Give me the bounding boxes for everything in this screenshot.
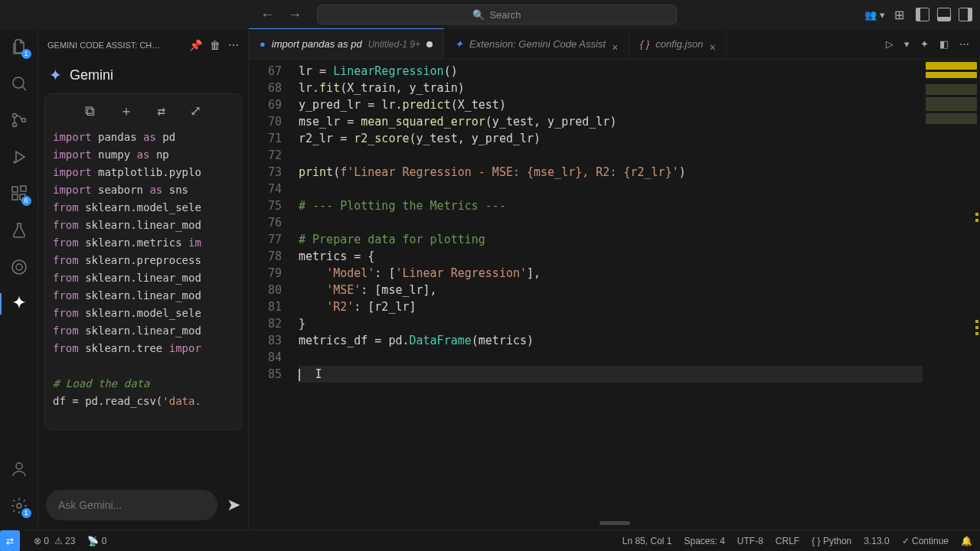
editor-line[interactable]: 'Model': ['Linear Regression'],	[299, 265, 980, 282]
editor-line[interactable]: I	[299, 366, 980, 383]
editor-line[interactable]: 'MSE': [mse_lr],	[299, 282, 980, 298]
editor-more-icon[interactable]: ⋯	[959, 38, 969, 50]
settings-badge: 1	[21, 508, 31, 518]
send-icon[interactable]: ➤	[227, 495, 240, 515]
clear-icon[interactable]: 🗑	[210, 39, 220, 51]
minimap[interactable]	[923, 60, 980, 412]
title-bar-right: 👥 ▾ ⊞	[864, 8, 972, 21]
add-icon[interactable]: ＋	[119, 102, 133, 119]
editor-tab[interactable]: ✦Extension: Gemini Code Assist	[444, 29, 629, 60]
editor-line[interactable]: lr = LinearRegression()	[299, 63, 980, 80]
code-line: import numpy as np	[53, 146, 234, 164]
continue-status[interactable]: ✓ Continue	[902, 536, 949, 546]
editor-line[interactable]: y_pred_lr = lr.predict(X_test)	[299, 96, 980, 113]
editor-line[interactable]	[299, 349, 980, 366]
explorer-icon[interactable]: 1	[9, 37, 29, 57]
editor-line[interactable]: }	[299, 315, 980, 332]
encoding[interactable]: UTF-8	[737, 536, 763, 546]
code-body[interactable]: lr = LinearRegression()lr.fit(X_train, y…	[299, 60, 980, 530]
editor-line[interactable]: metrics = {	[299, 248, 980, 265]
svg-point-2	[12, 123, 16, 127]
ai-sparkle-icon[interactable]: ✦	[920, 38, 929, 50]
editor-line[interactable]	[299, 147, 980, 164]
gemini-brand-label: Gemini	[70, 67, 113, 83]
code-line: from sklearn.metrics im	[53, 234, 234, 252]
line-gutter: 676869707172737475767778⌄79808182838485	[249, 60, 299, 530]
activity-search-icon[interactable]	[9, 73, 29, 93]
pin-icon[interactable]: 📌	[189, 39, 202, 51]
extensions-icon[interactable]: 6	[9, 184, 29, 204]
code-line: from sklearn.linear_mod	[53, 287, 234, 305]
run-dropdown-icon[interactable]: ▾	[904, 38, 910, 50]
svg-point-10	[16, 264, 22, 270]
gemini-spark-icon[interactable]	[9, 294, 29, 314]
svg-rect-5	[12, 187, 18, 192]
forward-arrow-icon[interactable]: →	[288, 7, 302, 23]
editor-line[interactable]: print(f'Linear Regression - MSE: {mse_lr…	[299, 164, 980, 181]
svg-point-9	[12, 260, 26, 274]
language-mode[interactable]: { } Python	[812, 536, 851, 546]
editor-line[interactable]: # --- Plotting the Metrics ---	[299, 197, 980, 214]
expand-icon[interactable]: ⤢	[190, 102, 201, 119]
editor-line[interactable]: # Prepare data for plotting	[299, 231, 980, 248]
code-line: import pandas as pd	[53, 129, 234, 146]
editor-line[interactable]: lr.fit(X_train, y_train)	[299, 80, 980, 96]
problems-indicator[interactable]: ⊗ 0 ⚠ 23	[34, 536, 75, 546]
command-center-search[interactable]: 🔍 Search	[317, 5, 677, 24]
horizontal-scrollbar-thumb[interactable]	[599, 521, 630, 525]
editor-tab[interactable]: ●import pandas as pdUntitled-1 9+	[249, 28, 444, 59]
code-line: from sklearn.preprocess	[53, 252, 234, 269]
code-line: import matplotlib.pyplo	[53, 164, 234, 181]
svg-point-4	[14, 161, 15, 163]
status-bar: ⇄ ⊗ 0 ⚠ 23 📡 0 Ln 85, Col 1 Spaces: 4 UT…	[0, 530, 980, 551]
indentation[interactable]: Spaces: 4	[684, 536, 724, 546]
split-editor-icon[interactable]: ◧	[939, 38, 949, 50]
eol[interactable]: CRLF	[776, 536, 799, 546]
panel-header: GEMINI CODE ASSIST: CH… 📌 🗑 ⋯	[38, 29, 248, 61]
ports-indicator[interactable]: 📡 0	[87, 536, 106, 546]
svg-rect-8	[21, 186, 26, 191]
settings-gear-icon[interactable]: 1	[9, 496, 29, 516]
card-toolbar: ⧉ ＋ ⇄ ⤢	[53, 102, 234, 119]
editor-line[interactable]: mse_lr = mean_squared_error(y_test, y_pr…	[299, 113, 980, 130]
editor-line[interactable]: metrics_df = pd.DataFrame(metrics)	[299, 332, 980, 349]
copilot-icon[interactable]: 👥 ▾	[864, 9, 885, 21]
run-debug-icon[interactable]	[9, 147, 29, 167]
toggle-primary-sidebar-icon[interactable]	[916, 8, 929, 21]
editor-line[interactable]	[299, 181, 980, 197]
code-line: df = pd.read_csv('data.	[53, 393, 234, 410]
merge-icon[interactable]: ⇄	[158, 102, 166, 119]
source-control-icon[interactable]	[9, 110, 29, 130]
copy-icon[interactable]: ⧉	[85, 102, 95, 119]
testing-icon[interactable]	[9, 220, 29, 240]
editor-line[interactable]: r2_lr = r2_score(y_test, y_pred_lr)	[299, 130, 980, 147]
editor-actions: ▷ ▾ ✦ ◧ ⋯	[886, 38, 980, 50]
gemini-panel: GEMINI CODE ASSIST: CH… 📌 🗑 ⋯ ✦ Gemini ⧉…	[38, 29, 249, 530]
notifications-icon[interactable]: 🔔	[961, 536, 972, 546]
editor-tab[interactable]: { }config.json	[629, 29, 727, 60]
svg-rect-6	[12, 194, 18, 200]
back-arrow-icon[interactable]: ←	[260, 7, 274, 23]
more-icon[interactable]: ⋯	[228, 39, 239, 51]
customize-layout-icon[interactable]: ⊞	[894, 8, 908, 21]
explorer-badge: 1	[21, 49, 31, 59]
editor-line[interactable]: 'R2': [r2_lr]	[299, 298, 980, 315]
accounts-icon[interactable]	[9, 459, 29, 479]
remote-indicator[interactable]: ⇄	[0, 530, 20, 552]
svg-point-12	[17, 504, 21, 508]
editor-line[interactable]	[299, 214, 980, 231]
search-icon: 🔍	[472, 9, 485, 21]
run-icon[interactable]: ▷	[886, 38, 893, 50]
python-interpreter[interactable]: 3.13.0	[864, 536, 889, 546]
svg-point-0	[13, 77, 24, 88]
gemini-chat-input[interactable]	[46, 490, 217, 520]
code-suggestion-card: ⧉ ＋ ⇄ ⤢ import pandas as pdimport numpy …	[44, 93, 242, 430]
toggle-panel-icon[interactable]	[937, 8, 951, 21]
code-line: from sklearn.linear_mod	[53, 322, 234, 340]
cursor-position[interactable]: Ln 85, Col 1	[622, 536, 672, 546]
editor-group: ●import pandas as pdUntitled-1 9+✦Extens…	[249, 29, 980, 530]
gemini-ring-icon[interactable]	[9, 257, 29, 277]
toggle-secondary-sidebar-icon[interactable]	[959, 8, 972, 21]
code-editor[interactable]: 676869707172737475767778⌄79808182838485 …	[249, 60, 980, 530]
panel-title: GEMINI CODE ASSIST: CH…	[47, 41, 181, 50]
